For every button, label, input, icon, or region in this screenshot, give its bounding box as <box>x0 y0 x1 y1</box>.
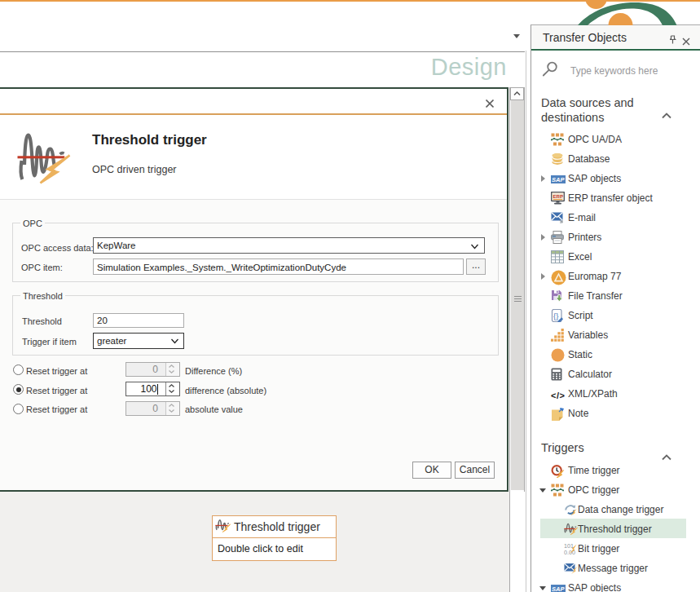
svg-text:ERP: ERP <box>553 194 563 199</box>
svg-text:SAP: SAP <box>552 176 565 183</box>
svg-text:SAP: SAP <box>552 585 565 592</box>
svg-text:{}: {} <box>553 311 558 320</box>
